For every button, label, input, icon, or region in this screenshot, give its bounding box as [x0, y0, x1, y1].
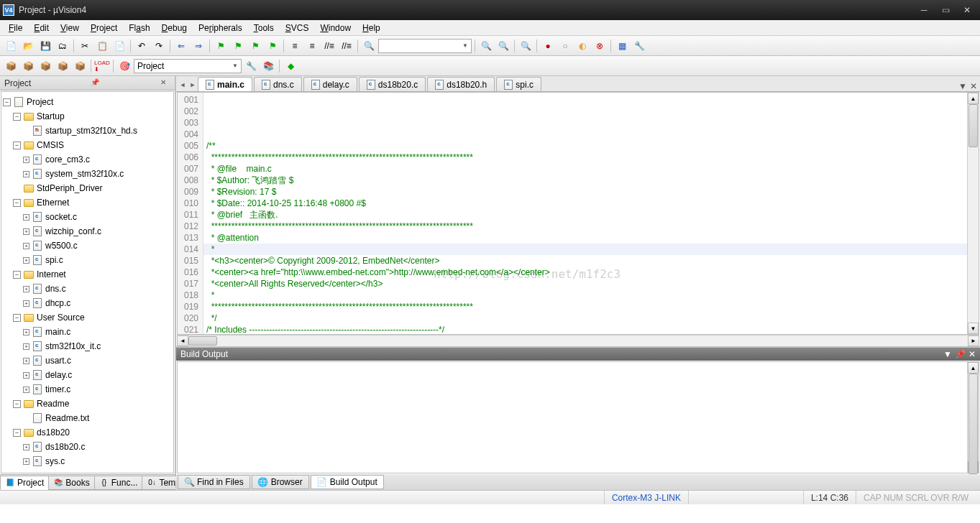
target-combo[interactable]: Project▼ [134, 59, 242, 73]
scroll-thumb[interactable] [968, 374, 978, 474]
tree-node[interactable]: +dns.c [3, 282, 172, 296]
output-tab-browser[interactable]: 🌐Browser [252, 475, 309, 489]
file-tab-main-c[interactable]: main.c [198, 77, 252, 91]
tree-expand-icon[interactable]: + [23, 228, 29, 235]
project-tab-project[interactable]: 📘Project [0, 476, 49, 490]
menu-view[interactable]: View [55, 22, 85, 34]
panel-close-icon[interactable]: ✕ [968, 349, 976, 359]
scroll-right-icon[interactable]: ► [968, 335, 979, 346]
tree-node[interactable]: +socket.c [3, 210, 172, 224]
redo-icon[interactable]: ↷ [151, 38, 167, 54]
cut-icon[interactable]: ✂ [77, 38, 93, 54]
scroll-thumb[interactable] [188, 336, 217, 346]
panel-pin-icon[interactable]: 📌 [955, 349, 966, 359]
nav-back-icon[interactable]: ⇐ [173, 38, 189, 54]
menu-tools[interactable]: Tools [248, 22, 280, 34]
tree-node[interactable]: +spi.c [3, 253, 172, 267]
panel-close-icon[interactable]: ✕ [160, 78, 170, 88]
tree-node[interactable]: +w5500.c [3, 239, 172, 253]
stop-build-icon[interactable]: 📦 [72, 58, 88, 74]
tree-toggle-icon[interactable]: − [13, 199, 21, 207]
tree-node[interactable]: +timer.c [3, 382, 172, 397]
tree-expand-icon[interactable]: + [23, 329, 29, 335]
menu-peripherals[interactable]: Peripherals [193, 22, 248, 34]
comment-icon[interactable]: //≡ [321, 38, 337, 54]
nav-forward-icon[interactable]: ⇒ [191, 38, 206, 54]
menu-help[interactable]: Help [357, 22, 386, 34]
tree-expand-icon[interactable]: + [23, 171, 29, 177]
translate-icon[interactable]: 📦 [3, 58, 19, 74]
tree-toggle-icon[interactable]: − [13, 314, 21, 322]
menu-file[interactable]: File [3, 22, 28, 34]
menu-flash[interactable]: Flash [123, 22, 155, 34]
tree-node[interactable]: Readme.txt [3, 411, 172, 425]
tree-node[interactable]: +main.c [3, 325, 172, 339]
open-file-icon[interactable]: 📂 [20, 38, 36, 54]
target-options-icon[interactable]: 🎯 [116, 58, 132, 74]
menu-svcs[interactable]: SVCS [280, 22, 315, 34]
close-button[interactable]: ✕ [957, 3, 977, 17]
tree-toggle-icon[interactable]: − [3, 98, 11, 106]
tree-node[interactable]: +system_stm32f10x.c [3, 167, 172, 181]
panel-dropdown-icon[interactable]: ▼ [943, 349, 952, 359]
code-content[interactable]: http://blog.csdn.net/m1f2c3 /** ********… [203, 93, 967, 334]
build-icon[interactable]: 📦 [20, 58, 36, 74]
rebuild-icon[interactable]: 📦 [37, 58, 53, 74]
tree-node[interactable]: −CMSIS [3, 138, 172, 152]
file-tab-dns-c[interactable]: dns.c [254, 77, 302, 91]
tree-expand-icon[interactable]: + [23, 157, 29, 163]
file-tab-ds18b20-h[interactable]: ds18b20.h [427, 77, 495, 91]
outdent-icon[interactable]: ≡ [304, 38, 320, 54]
tree-node[interactable]: −ds18b20 [3, 425, 172, 440]
tree-expand-icon[interactable]: + [23, 243, 29, 249]
maximize-button[interactable]: ▭ [935, 3, 956, 17]
scroll-left-icon[interactable]: ◄ [177, 335, 188, 346]
manage-icon[interactable]: 📚 [260, 58, 276, 74]
tree-expand-icon[interactable]: + [23, 358, 29, 364]
tree-toggle-icon[interactable]: − [13, 113, 21, 121]
editor-hscrollbar[interactable]: ◄ ► [177, 335, 979, 346]
find-icon[interactable]: 🔍 [361, 38, 377, 54]
tab-dropdown-icon[interactable]: ▼ [958, 81, 967, 91]
save-icon[interactable]: 💾 [37, 38, 53, 54]
tree-expand-icon[interactable]: + [23, 444, 29, 450]
scroll-up-icon[interactable]: ▲ [968, 93, 979, 104]
copy-icon[interactable]: 📋 [94, 38, 110, 54]
tree-node[interactable]: +core_cm3.c [3, 152, 172, 167]
tree-expand-icon[interactable]: + [23, 387, 29, 393]
menu-debug[interactable]: Debug [156, 22, 193, 34]
tree-toggle-icon[interactable]: − [13, 400, 21, 408]
tree-expand-icon[interactable]: + [23, 458, 29, 465]
project-tab-books[interactable]: 📚Books [48, 476, 94, 490]
menu-project[interactable]: Project [85, 22, 123, 34]
tree-node[interactable]: startup_stm32f10x_hd.s [3, 124, 172, 138]
file-tab-delay-c[interactable]: delay.c [303, 77, 357, 91]
batch-build-icon[interactable]: 📦 [55, 58, 70, 74]
project-tree[interactable]: −Project−Startupstartup_stm32f10x_hd.s−C… [1, 91, 174, 473]
tree-node[interactable]: +ds18b20.c [3, 440, 172, 454]
breakpoint-insert-icon[interactable]: ● [540, 38, 556, 54]
project-tab-func[interactable]: {}Func... [94, 476, 143, 490]
build-output-body[interactable]: ▲ ▼ [177, 361, 979, 473]
scroll-down-icon[interactable]: ▼ [968, 323, 979, 334]
tree-toggle-icon[interactable]: − [13, 429, 21, 437]
output-tab-build-output[interactable]: 📄Build Output [311, 475, 384, 489]
tree-node[interactable]: −Project [3, 95, 172, 109]
tree-node[interactable]: +usart.c [3, 353, 172, 368]
file-tab-spi-c[interactable]: spi.c [496, 77, 541, 91]
find-in-files-icon[interactable]: 🔍 [478, 38, 494, 54]
pin-icon[interactable]: 📌 [91, 78, 101, 88]
new-file-icon[interactable]: 📄 [3, 38, 19, 54]
debugger-status[interactable]: Cortex-M3 J-LINK [604, 491, 688, 504]
tree-node[interactable]: +delay.c [3, 368, 172, 382]
breakpoint-disable-icon[interactable]: ◐ [574, 38, 590, 54]
tree-toggle-icon[interactable]: − [13, 142, 21, 149]
tree-toggle-icon[interactable]: − [13, 271, 21, 279]
scroll-up-icon[interactable]: ▲ [968, 362, 979, 374]
bookmark-clear-icon[interactable]: ⚑ [265, 38, 280, 54]
tree-node[interactable]: +wizchip_conf.c [3, 224, 172, 239]
manage-rte-icon[interactable]: ◆ [283, 58, 298, 74]
uncomment-icon[interactable]: //≡ [339, 38, 354, 54]
breakpoint-kill-icon[interactable]: ⊗ [592, 38, 608, 54]
tree-expand-icon[interactable]: + [23, 343, 29, 350]
